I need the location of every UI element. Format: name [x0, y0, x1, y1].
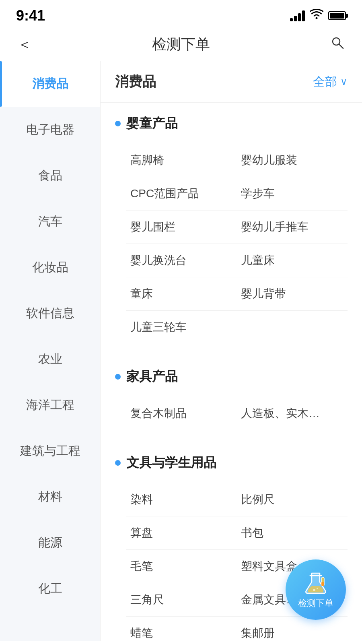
svg-line-2: [339, 44, 343, 48]
main-layout: 消费品 电子电器 食品 汽车 化妆品 软件信息 农业 海洋工程 建筑与工程 材料…: [0, 61, 362, 641]
svg-point-4: [313, 589, 315, 591]
category-name-stationery: 文具与学生用品: [126, 454, 216, 472]
baby-items-grid: 高脚椅 婴幼儿服装 CPC范围产品 学步车 婴儿围栏 婴幼儿手推车 婴儿换洗台 …: [115, 144, 348, 344]
signal-icon: [290, 10, 305, 21]
sidebar-item-construction[interactable]: 建筑与工程: [0, 428, 100, 474]
sidebar-item-software[interactable]: 软件信息: [0, 291, 100, 336]
sidebar-item-electronics[interactable]: 电子电器: [0, 107, 100, 153]
sidebar: 消费品 电子电器 食品 汽车 化妆品 软件信息 农业 海洋工程 建筑与工程 材料…: [0, 61, 101, 641]
list-item[interactable]: 书包: [237, 516, 348, 550]
list-item[interactable]: 蜡笔: [126, 617, 237, 641]
back-button[interactable]: ＜: [14, 35, 35, 54]
floating-order-button[interactable]: 检测下单: [286, 559, 346, 620]
list-item[interactable]: 婴儿背带: [237, 277, 348, 311]
sidebar-item-chemical[interactable]: 化工: [0, 566, 100, 612]
svg-point-5: [317, 588, 318, 589]
sidebar-item-materials[interactable]: 材料: [0, 474, 100, 520]
page-title: 检测下单: [35, 35, 327, 54]
wifi-icon: [310, 9, 323, 23]
list-item[interactable]: 婴幼儿服装: [237, 144, 348, 177]
category-baby-products: 婴童产品 高脚椅 婴幼儿服装 CPC范围产品 学步车 婴儿围栏 婴幼儿手推车 婴…: [101, 103, 362, 348]
list-item[interactable]: 童床: [126, 277, 237, 311]
sidebar-item-cosmetics[interactable]: 化妆品: [0, 245, 100, 291]
content-header: 消费品 全部 ∨: [101, 61, 362, 103]
svg-rect-7: [321, 582, 324, 586]
list-item[interactable]: CPC范围产品: [126, 177, 237, 211]
content-area: 消费品 全部 ∨ 婴童产品 高脚椅 婴幼儿服装 CPC范围产品 学步车 婴儿围栏…: [101, 61, 362, 641]
filter-label: 全部: [313, 74, 337, 90]
furniture-items-grid: 复合木制品 人造板、实木…: [115, 397, 348, 430]
sidebar-item-auto[interactable]: 汽车: [0, 199, 100, 245]
category-header-stationery: 文具与学生用品: [115, 454, 348, 472]
battery-icon: [328, 11, 346, 20]
status-time: 9:41: [16, 7, 45, 24]
status-bar: 9:41: [0, 0, 362, 28]
category-name-furniture: 家具产品: [126, 368, 178, 386]
list-item[interactable]: 高脚椅: [126, 144, 237, 177]
floating-button-label: 检测下单: [298, 597, 333, 609]
header: ＜ 检测下单: [0, 28, 362, 61]
list-item[interactable]: 儿童床: [237, 244, 348, 277]
status-icons: [290, 9, 346, 23]
svg-point-0: [316, 17, 318, 19]
list-item[interactable]: 比例尺: [237, 483, 348, 516]
category-header-furniture: 家具产品: [115, 368, 348, 386]
list-item[interactable]: 学步车: [237, 177, 348, 211]
content-title: 消费品: [115, 72, 156, 91]
category-dot: [115, 121, 121, 126]
chevron-down-icon: ∨: [340, 76, 348, 87]
list-item[interactable]: 算盘: [126, 516, 237, 550]
sidebar-item-energy[interactable]: 能源: [0, 520, 100, 566]
list-item[interactable]: 婴儿围栏: [126, 211, 237, 244]
list-item[interactable]: 毛笔: [126, 550, 237, 583]
list-item[interactable]: 染料: [126, 483, 237, 516]
list-item[interactable]: 婴幼儿手推车: [237, 211, 348, 244]
sidebar-item-food[interactable]: 食品: [0, 153, 100, 199]
list-item[interactable]: 人造板、实木…: [237, 397, 348, 430]
filter-button[interactable]: 全部 ∨: [313, 74, 348, 90]
category-dot: [115, 374, 121, 380]
list-item[interactable]: 集邮册: [237, 617, 348, 641]
category-name-baby: 婴童产品: [126, 115, 178, 132]
list-item[interactable]: 复合木制品: [126, 397, 237, 430]
search-button[interactable]: [327, 35, 348, 54]
category-furniture: 家具产品 复合木制品 人造板、实木…: [101, 356, 362, 434]
flask-icon: [302, 570, 329, 597]
category-header-baby: 婴童产品: [115, 115, 348, 132]
list-item[interactable]: 儿童三轮车: [126, 311, 237, 344]
list-item-empty: [237, 311, 348, 344]
sidebar-item-consumer[interactable]: 消费品: [0, 61, 100, 107]
sidebar-item-agriculture[interactable]: 农业: [0, 336, 100, 382]
list-item[interactable]: 三角尺: [126, 583, 237, 617]
list-item[interactable]: 婴儿换洗台: [126, 244, 237, 277]
sidebar-item-marine[interactable]: 海洋工程: [0, 382, 100, 428]
category-dot: [115, 460, 121, 466]
